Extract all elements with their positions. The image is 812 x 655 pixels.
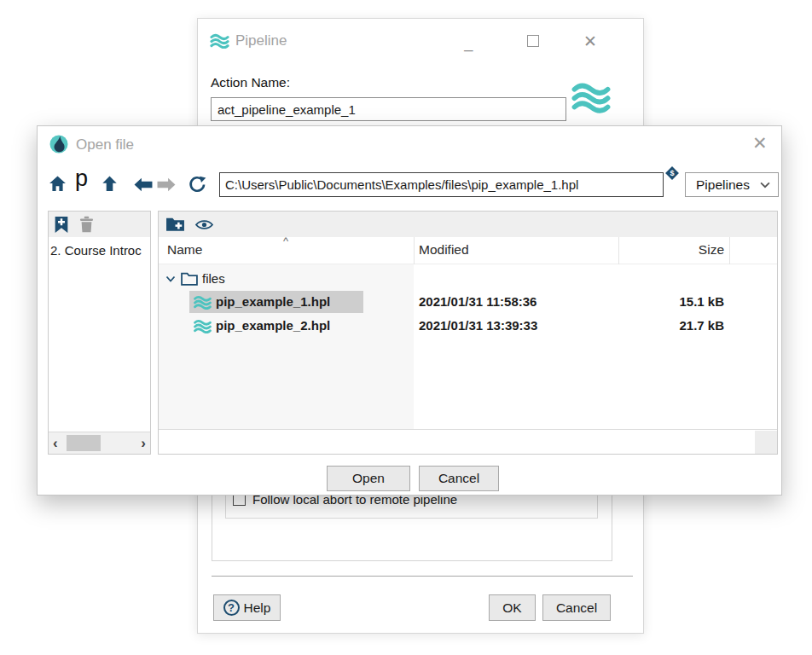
file-name: pip_example_2.hpl [216, 318, 330, 333]
column-separator [618, 237, 619, 264]
scrollbar-corner [755, 431, 777, 455]
column-header-size[interactable]: Size [619, 242, 724, 258]
column-header-modified[interactable]: Modified [419, 242, 469, 258]
footer-separator [212, 576, 633, 577]
table-header: Name ^ Modified Size [159, 237, 777, 264]
pipeline-big-wave-icon [571, 78, 611, 116]
tree-row-file[interactable]: pip_example_1.hpl 2021/01/31 11:58:36 15… [159, 291, 777, 314]
bookmarks-toolbar [49, 212, 150, 237]
scroll-right-icon[interactable]: › [141, 433, 146, 454]
bookmarks-panel: 2. Course Introc ‹ › [48, 211, 151, 455]
scroll-left-icon[interactable]: ‹ [53, 433, 58, 454]
file-type-value: Pipelines [696, 177, 760, 193]
home-icon[interactable] [49, 175, 67, 193]
help-button[interactable]: ? Help [213, 594, 281, 621]
column-separator [729, 237, 730, 264]
forward-icon[interactable] [157, 177, 176, 192]
pipeline-file-icon [194, 295, 212, 310]
file-name: pip_example_1.hpl [216, 294, 330, 309]
tree-row-folder[interactable]: files [159, 268, 777, 291]
file-browser-panel: Name ^ Modified Size files [158, 211, 778, 455]
open-file-dialog-title: Open file [76, 136, 134, 154]
bookmark-item[interactable]: 2. Course Introc [50, 243, 150, 258]
new-folder-icon[interactable] [165, 216, 185, 232]
browser-hscrollbar[interactable] [159, 429, 777, 455]
file-type-dropdown[interactable]: Pipelines [685, 172, 779, 197]
open-file-dialog: Open file ✕ p $ Pipelines [37, 125, 782, 496]
cancel-button[interactable]: Cancel [419, 466, 499, 491]
file-size: 15.1 kB [619, 294, 724, 309]
sort-ascending-icon: ^ [283, 235, 288, 247]
hop-logo-icon [49, 134, 69, 154]
pipeline-wave-icon [210, 33, 229, 49]
column-header-name[interactable]: Name [167, 242, 202, 258]
file-size: 21.7 kB [619, 318, 724, 333]
close-icon[interactable]: ✕ [583, 33, 597, 49]
file-path-input[interactable] [219, 172, 664, 197]
file-modified: 2021/01/31 11:58:36 [419, 294, 536, 309]
minimize-icon[interactable]: – [464, 47, 473, 52]
scrollbar-thumb[interactable] [67, 435, 101, 451]
delete-bookmark-icon[interactable] [79, 216, 94, 233]
pipeline-dialog-title: Pipeline [235, 32, 287, 49]
column-separator [414, 237, 415, 264]
project-home-icon[interactable]: p [75, 167, 88, 190]
browser-toolbar [159, 212, 777, 237]
bookmarks-hscrollbar[interactable]: ‹ › [49, 432, 150, 454]
help-icon: ? [223, 600, 240, 616]
file-modified: 2021/01/31 13:39:33 [419, 318, 537, 333]
refresh-icon[interactable] [188, 175, 206, 194]
help-button-label: Help [244, 600, 271, 616]
folder-icon [181, 271, 198, 286]
show-hidden-eye-icon[interactable] [194, 218, 214, 231]
svg-text:$: $ [670, 169, 674, 177]
up-level-icon[interactable] [101, 175, 119, 193]
chevron-down-icon [760, 182, 770, 188]
variable-icon[interactable]: $ [664, 165, 680, 181]
expander-chevron-icon[interactable] [165, 273, 177, 285]
ok-button[interactable]: OK [489, 594, 536, 621]
tree-row-file[interactable]: pip_example_2.hpl 2021/01/31 13:39:33 21… [159, 315, 777, 338]
back-icon[interactable] [134, 177, 153, 192]
close-icon[interactable]: ✕ [752, 133, 768, 154]
add-bookmark-icon[interactable] [54, 216, 69, 234]
action-name-label: Action Name: [211, 75, 290, 90]
pipeline-file-icon [194, 319, 212, 333]
open-button[interactable]: Open [327, 466, 410, 491]
maximize-icon[interactable] [527, 35, 539, 47]
action-name-field[interactable] [211, 97, 566, 121]
cancel-button[interactable]: Cancel [542, 594, 611, 621]
folder-name: files [202, 271, 225, 286]
